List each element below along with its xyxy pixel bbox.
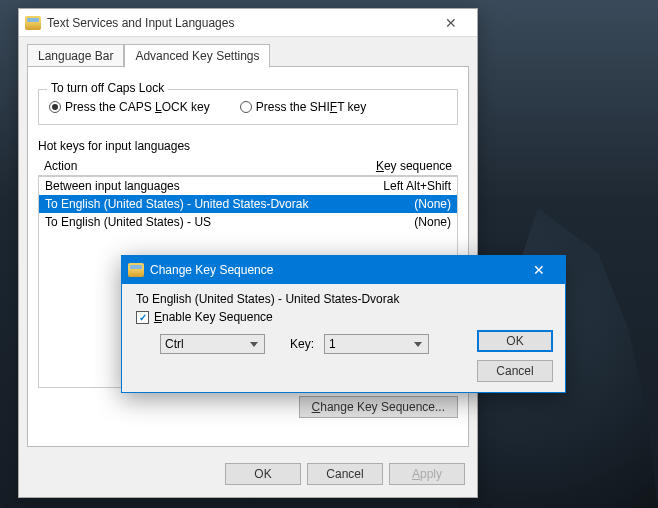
tab-language-bar[interactable]: Language Bar: [27, 44, 124, 68]
col-action-header: Action: [44, 159, 342, 173]
tab-advanced-key-settings[interactable]: Advanced Key Settings: [124, 44, 270, 68]
close-icon[interactable]: ✕: [431, 9, 471, 37]
radio-press-shift[interactable]: Press the SHIFT key: [240, 100, 367, 114]
change-key-sequence-button[interactable]: Change Key Sequence...: [299, 396, 458, 418]
main-window: Text Services and Input Languages ✕ Lang…: [18, 8, 478, 498]
tab-strip: Language Bar Advanced Key Settings: [27, 43, 469, 67]
dialog-title: Change Key Sequence: [150, 263, 519, 277]
list-item[interactable]: Between input languages Left Alt+Shift: [39, 177, 457, 195]
list-item-key: (None): [341, 197, 451, 211]
radio-icon: [240, 101, 252, 113]
keyboard-icon: [25, 16, 41, 30]
hotkeys-list-header: Action Key sequence: [38, 157, 458, 176]
cancel-button[interactable]: Cancel: [477, 360, 553, 382]
enable-key-sequence-checkbox[interactable]: Enable Key Sequence: [136, 310, 551, 324]
radio-label: Press the CAPS LOCK key: [65, 100, 210, 114]
list-item-action: To English (United States) - United Stat…: [45, 197, 341, 211]
key-value: 1: [329, 337, 336, 351]
dialog-target-language: To English (United States) - United Stat…: [136, 292, 551, 306]
close-icon[interactable]: ✕: [519, 256, 559, 284]
cancel-button[interactable]: Cancel: [307, 463, 383, 485]
radio-press-caps-lock[interactable]: Press the CAPS LOCK key: [49, 100, 210, 114]
modifier-value: Ctrl: [165, 337, 184, 351]
checkbox-icon: [136, 311, 149, 324]
apply-button[interactable]: Apply: [389, 463, 465, 485]
list-item-key: (None): [341, 215, 451, 229]
list-item-key: Left Alt+Shift: [341, 179, 451, 193]
keyboard-icon: [128, 263, 144, 277]
caps-lock-group-label: To turn off Caps Lock: [47, 81, 168, 95]
window-title: Text Services and Input Languages: [47, 16, 431, 30]
ok-button[interactable]: OK: [477, 330, 553, 352]
ok-button[interactable]: OK: [225, 463, 301, 485]
list-item[interactable]: To English (United States) - US (None): [39, 213, 457, 231]
change-key-sequence-dialog: Change Key Sequence ✕ To English (United…: [121, 255, 566, 393]
radio-label: Press the SHIFT key: [256, 100, 367, 114]
list-item-action: Between input languages: [45, 179, 341, 193]
hotkeys-section-label: Hot keys for input languages: [38, 139, 458, 153]
caps-lock-group: To turn off Caps Lock Press the CAPS LOC…: [38, 89, 458, 125]
modifier-combo[interactable]: Ctrl: [160, 334, 265, 354]
dialog-body: To English (United States) - United Stat…: [122, 284, 565, 392]
list-item[interactable]: To English (United States) - United Stat…: [39, 195, 457, 213]
radio-icon: [49, 101, 61, 113]
list-item-action: To English (United States) - US: [45, 215, 341, 229]
checkbox-label: Enable Key Sequence: [154, 310, 273, 324]
key-label: Key:: [290, 337, 314, 351]
dialog-titlebar[interactable]: Change Key Sequence ✕: [122, 256, 565, 284]
col-key-header: Key sequence: [342, 159, 452, 173]
main-titlebar[interactable]: Text Services and Input Languages ✕: [19, 9, 477, 37]
key-combo[interactable]: 1: [324, 334, 429, 354]
